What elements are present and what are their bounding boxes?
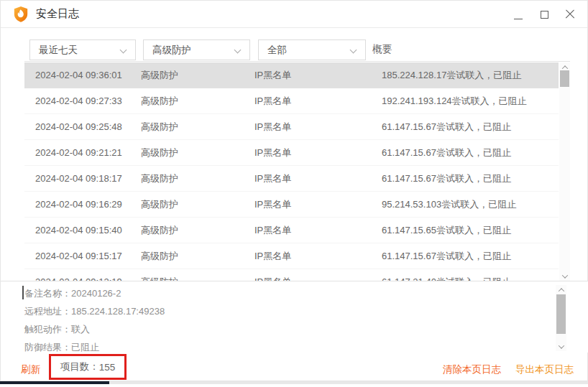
summary-column-header: 概要 bbox=[372, 38, 392, 61]
chevron-down-icon bbox=[234, 47, 242, 54]
log-type: 高级防护 bbox=[141, 172, 254, 185]
log-summary: 61.147.15.67尝试联入，已阻止 bbox=[382, 146, 559, 159]
log-row[interactable]: 2024-02-04 09:18:17 高级防护 IP黑名单 61.147.15… bbox=[24, 166, 559, 192]
log-time: 2024-02-04 09:36:01 bbox=[24, 70, 141, 80]
filter-bar: 最近七天 高级防护 全部 概要 bbox=[24, 38, 570, 62]
log-row[interactable]: 2024-02-04 09:25:48 高级防护 IP黑名单 61.147.15… bbox=[24, 114, 559, 140]
log-time: 2024-02-04 09:16:29 bbox=[24, 199, 141, 210]
scroll-down-icon[interactable] bbox=[556, 342, 566, 351]
log-row[interactable]: 2024-02-04 09:13:19 高级防护 IP黑名单 61.147.21… bbox=[24, 269, 559, 281]
log-category: IP黑名单 bbox=[254, 121, 382, 134]
scroll-down-icon[interactable] bbox=[559, 271, 570, 281]
close-button[interactable] bbox=[557, 3, 583, 26]
log-type: 高级防护 bbox=[141, 276, 254, 281]
item-count-label: 项目数： bbox=[60, 360, 99, 373]
log-summary: 61.147.15.65尝试联入，已阻止 bbox=[382, 224, 559, 237]
detail-panel[interactable]: 备注名称：20240126-2 远程地址：185.224.128.17:4923… bbox=[1, 281, 588, 353]
detail-value: 185.224.128.17:49238 bbox=[71, 306, 165, 317]
log-row[interactable]: 2024-02-04 09:36:01 高级防护 IP黑名单 185.224.1… bbox=[24, 62, 559, 88]
window-title: 安全日志 bbox=[36, 7, 79, 21]
log-summary: 192.241.193.124尝试联入，已阻止 bbox=[382, 95, 559, 108]
log-table: 2024-02-04 09:36:01 高级防护 IP黑名单 185.224.1… bbox=[24, 62, 559, 281]
minimize-icon bbox=[514, 19, 523, 19]
log-time: 2024-02-04 09:27:33 bbox=[24, 95, 141, 106]
protection-type-value: 高级防护 bbox=[152, 44, 191, 57]
detail-value: 联入 bbox=[71, 324, 90, 335]
log-category: IP黑名单 bbox=[254, 224, 382, 237]
category-select[interactable]: 全部 bbox=[258, 39, 366, 60]
log-type: 高级防护 bbox=[141, 146, 254, 159]
time-range-select[interactable]: 最近七天 bbox=[29, 39, 136, 60]
window-controls bbox=[505, 1, 583, 28]
log-type: 高级防护 bbox=[141, 250, 254, 263]
log-category: IP黑名单 bbox=[254, 172, 382, 185]
detail-label: 触犯动作： bbox=[24, 324, 71, 335]
detail-label: 远程地址： bbox=[24, 306, 71, 317]
export-page-log-button[interactable]: 导出本页日志 bbox=[515, 363, 574, 376]
clear-page-log-button[interactable]: 清除本页日志 bbox=[443, 363, 501, 376]
log-type: 高级防护 bbox=[141, 95, 254, 108]
detail-label: 备注名称： bbox=[24, 288, 71, 299]
log-time: 2024-02-04 09:21:21 bbox=[24, 147, 141, 158]
log-type: 高级防护 bbox=[141, 198, 254, 211]
scroll-up-icon[interactable] bbox=[556, 285, 566, 294]
log-type: 高级防护 bbox=[141, 69, 254, 82]
detail-line: 远程地址：185.224.128.17:49238 bbox=[24, 305, 165, 318]
detail-value: 20240126-2 bbox=[71, 288, 121, 299]
close-icon bbox=[565, 9, 575, 19]
detail-line: 防御结果：已阻止 bbox=[24, 341, 99, 354]
log-category: IP黑名单 bbox=[254, 276, 382, 281]
log-summary: 95.214.53.103尝试联入，已阻止 bbox=[382, 198, 559, 211]
log-time: 2024-02-04 09:25:48 bbox=[24, 121, 141, 132]
log-time: 2024-02-04 09:15:40 bbox=[24, 225, 141, 236]
detail-scrollbar-thumb[interactable] bbox=[556, 294, 566, 334]
log-summary: 61.147.15.67尝试联入，已阻止 bbox=[382, 121, 559, 134]
detail-line: 触犯动作：联入 bbox=[24, 323, 90, 336]
log-type: 高级防护 bbox=[141, 121, 254, 134]
log-row[interactable]: 2024-02-04 09:27:33 高级防护 IP黑名单 192.241.1… bbox=[24, 88, 559, 114]
item-count-annotation-box: 项目数： 155 bbox=[49, 354, 127, 380]
log-time: 2024-02-04 09:15:17 bbox=[24, 251, 141, 261]
table-scrollbar[interactable] bbox=[559, 62, 570, 281]
log-row[interactable]: 2024-02-04 09:15:40 高级防护 IP黑名单 61.147.15… bbox=[24, 218, 559, 243]
detail-scrollbar[interactable] bbox=[556, 285, 566, 351]
item-count-value: 155 bbox=[99, 362, 116, 373]
log-category: IP黑名单 bbox=[254, 198, 382, 211]
log-category: IP黑名单 bbox=[254, 146, 382, 159]
detail-value: 已阻止 bbox=[71, 342, 99, 353]
log-category: IP黑名单 bbox=[254, 95, 382, 108]
maximize-button[interactable] bbox=[531, 3, 557, 26]
log-time: 2024-02-04 09:18:17 bbox=[24, 173, 141, 184]
log-summary: 61.147.15.67尝试联入，已阻止 bbox=[382, 172, 559, 185]
shield-flame-icon bbox=[13, 6, 29, 23]
chevron-down-icon bbox=[120, 47, 127, 54]
chevron-down-icon bbox=[350, 47, 357, 54]
security-log-window: 安全日志 最近七天 高级防护 全部 概要 2024-02-04 09:36:01… bbox=[0, 0, 588, 381]
log-summary: 185.224.128.17尝试联入，已阻止 bbox=[382, 69, 559, 82]
log-row[interactable]: 2024-02-04 09:21:21 高级防护 IP黑名单 61.147.15… bbox=[24, 140, 559, 166]
log-summary: 61.147.15.67尝试联入，已阻止 bbox=[382, 250, 559, 263]
detail-label: 防御结果： bbox=[24, 342, 71, 353]
taskbar-edge-light bbox=[109, 381, 588, 384]
log-category: IP黑名单 bbox=[254, 69, 382, 82]
table-scrollbar-thumb[interactable] bbox=[560, 70, 569, 87]
time-range-value: 最近七天 bbox=[39, 44, 78, 57]
taskbar-edge-dark bbox=[0, 381, 109, 384]
log-summary: 61.147.21.40尝试联入，已阻止 bbox=[382, 276, 559, 281]
protection-type-select[interactable]: 高级防护 bbox=[143, 39, 250, 60]
log-category: IP黑名单 bbox=[254, 250, 382, 263]
log-row[interactable]: 2024-02-04 09:15:17 高级防护 IP黑名单 61.147.15… bbox=[24, 243, 559, 269]
titlebar: 安全日志 bbox=[1, 1, 587, 28]
text-caret bbox=[22, 286, 24, 299]
category-value: 全部 bbox=[267, 44, 287, 57]
detail-line: 备注名称：20240126-2 bbox=[24, 287, 121, 300]
minimize-button[interactable] bbox=[505, 3, 531, 26]
log-row[interactable]: 2024-02-04 09:16:29 高级防护 IP黑名单 95.214.53… bbox=[24, 192, 559, 218]
refresh-button[interactable]: 刷新 bbox=[21, 363, 40, 376]
maximize-icon bbox=[541, 11, 548, 19]
log-type: 高级防护 bbox=[141, 224, 254, 237]
